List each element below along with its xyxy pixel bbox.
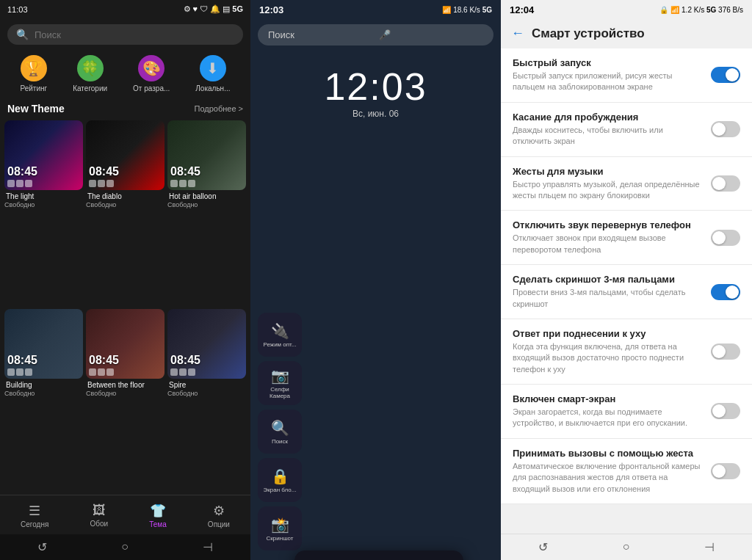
toggle-flip-mute[interactable] (711, 230, 740, 246)
time-1: 11:03 (7, 5, 28, 14)
back-btn-3[interactable]: ↺ (524, 539, 563, 556)
search-icon-1: 🔍 (16, 29, 29, 40)
popup-app-menu: f Facebook 📷 Селфи Камера ◉ Chrome 🌐 Hi … (294, 550, 463, 560)
theme-item-4[interactable]: 08:45 Between the floor Свободно (86, 309, 164, 495)
quick-actions-panel: 🔌 Режим опт... 📷 СелфиКамера 🔍 Поиск 🔒 Э… (258, 313, 501, 550)
quick-action-1[interactable]: 📷 СелфиКамера (258, 361, 302, 405)
setting-gesture-call: Принимать вызовы с помощью жеста Автомат… (501, 439, 752, 504)
section-title: New Theme (7, 103, 65, 114)
nav-wallpaper[interactable]: 🖼 Обои (87, 500, 111, 531)
sys-nav-1: ↺ ○ ⊣ (0, 534, 250, 560)
theme-item-2[interactable]: 08:45 Hot air balloon Свободно (167, 120, 246, 306)
status-icons-2: 📶 18.6 K/s 5G (442, 6, 492, 14)
toggle-music-gesture[interactable] (711, 175, 740, 192)
setting-raise-answer: Ответ при поднесении к уху Когда эта фун… (501, 319, 752, 385)
home-btn-1[interactable]: ○ (106, 539, 143, 556)
quick-action-4[interactable]: 📸 Скриншот (258, 506, 302, 550)
toggle-raise-answer[interactable] (711, 343, 740, 360)
toggle-touch-wake[interactable] (711, 121, 740, 137)
setting-3finger-screenshot: Сделать скриншот 3-мя пальцами Провести … (501, 265, 752, 319)
toggle-gesture-call[interactable] (711, 463, 740, 479)
settings-header: ← Смарт устройство (501, 20, 752, 48)
search-input-1[interactable] (35, 29, 234, 40)
theme-item-5[interactable]: 08:45 Spire Свободно (167, 309, 246, 495)
time-3: 12:04 (510, 4, 534, 15)
status-bar-1: 11:03 ⚙ ♥ 🛡 🔔 ▤ 5G (0, 0, 250, 18)
panel-smart-settings: 12:04 🔒 📶 1.2 K/s 5G 376 B/s ← Смарт уст… (501, 0, 752, 560)
setting-touch-wake: Касание для пробуждения Дважды коснитесь… (501, 103, 752, 157)
search-area-1: 🔍 (0, 18, 250, 51)
quick-action-0[interactable]: 🔌 Режим опт... (258, 313, 302, 357)
recents-btn-1[interactable]: ⊣ (188, 539, 228, 556)
recents-btn-3[interactable]: ⊣ (690, 539, 729, 556)
quick-action-2[interactable]: 🔍 Поиск (258, 410, 302, 454)
category-rating[interactable]: 🏆 Рейтинг (20, 55, 47, 92)
section-more[interactable]: Подробнее > (194, 104, 243, 113)
nav-today[interactable]: ☰ Сегодня (18, 500, 51, 531)
theme-item-1[interactable]: 08:45 The diablo Свободно (86, 120, 164, 306)
toggle-3finger-screenshot[interactable] (711, 284, 740, 300)
setting-smart-screen: Включен смарт-экран Экран загорается, ко… (501, 385, 752, 439)
toggle-quick-launch[interactable] (711, 67, 740, 83)
category-local[interactable]: ⬇ Локальн... (195, 55, 230, 92)
clock-date: Вс, июн. 06 (250, 109, 501, 119)
search-bar-2[interactable]: Поиск 🎤 (258, 24, 494, 46)
back-button-3[interactable]: ← (511, 26, 524, 41)
back-btn-1[interactable]: ↺ (23, 539, 62, 556)
popup-item-facebook[interactable]: f Facebook (294, 556, 463, 560)
section-header: New Theme Подробнее > (0, 100, 250, 120)
theme-item-0[interactable]: 08:45 The light Свободно (4, 120, 83, 306)
mic-icon[interactable]: 🎤 (379, 29, 484, 40)
toggle-smart-screen[interactable] (711, 403, 740, 419)
settings-title: Смарт устройство (532, 26, 645, 41)
settings-list: Быстрый запуск Быстрый запуск приложений… (501, 48, 752, 534)
theme-grid: 08:45 The light Свободно 08:45 The diabl… (0, 120, 250, 495)
home-btn-3[interactable]: ○ (608, 539, 645, 556)
sys-nav-3: ↺ ○ ⊣ (501, 534, 752, 560)
panel-theme-store: 11:03 ⚙ ♥ 🛡 🔔 ▤ 5G 🔍 🏆 Рейтинг 🍀 Категор… (0, 0, 250, 560)
category-categories[interactable]: 🍀 Категории (73, 55, 107, 92)
nav-theme[interactable]: 👕 Тема (146, 500, 170, 531)
setting-music-gesture: Жесты для музыки Быстро управлять музыко… (501, 157, 752, 211)
clock-time: 12:03 (250, 65, 501, 109)
bottom-nav: ☰ Сегодня 🖼 Обои 👕 Тема ⚙ Опции (0, 495, 250, 534)
status-bar-2: 12:03 📶 18.6 K/s 5G (250, 0, 501, 20)
status-bar-3: 12:04 🔒 📶 1.2 K/s 5G 376 B/s (501, 0, 752, 20)
search-bar-1[interactable]: 🔍 (7, 24, 243, 45)
status-icons-3: 🔒 📶 1.2 K/s 5G 376 B/s (659, 6, 743, 14)
setting-flip-mute: Отключить звук перевернув телефон Отключ… (501, 211, 752, 265)
search-area-2: Поиск 🎤 (250, 20, 501, 50)
category-developer[interactable]: 🎨 От разра... (133, 55, 170, 92)
theme-item-3[interactable]: 08:45 Building Свободно (4, 309, 83, 495)
time-2: 12:03 (259, 4, 283, 15)
status-icons-1: ⚙ ♥ 🛡 🔔 ▤ 5G (184, 4, 244, 14)
setting-quick-launch: Быстрый запуск Быстрый запуск приложений… (501, 48, 752, 103)
panel-phone-home: 12:03 📶 18.6 K/s 5G Поиск 🎤 12:03 Вс, ию… (250, 0, 501, 560)
nav-options[interactable]: ⚙ Опции (205, 500, 233, 531)
quick-action-3[interactable]: 🔒 Экран бло... (258, 458, 302, 502)
search-placeholder-2: Поиск (268, 29, 373, 40)
clock-display: 12:03 Вс, июн. 06 (250, 50, 501, 122)
categories-row: 🏆 Рейтинг 🍀 Категории 🎨 От разра... ⬇ Ло… (0, 51, 250, 100)
